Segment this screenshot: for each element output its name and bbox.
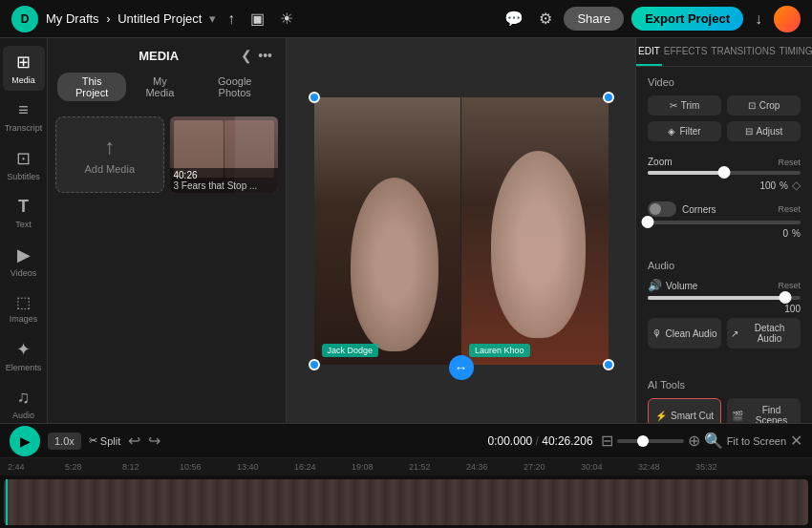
zoom-track[interactable]	[648, 171, 801, 175]
video-canvas: Jack Dodge Lauren Khoo	[314, 97, 609, 365]
search-button[interactable]: 🔍	[704, 432, 723, 450]
zoom-section: Zoom Reset 100 % ◇	[636, 153, 812, 198]
timeline-zoom-slider[interactable]	[617, 439, 684, 443]
speed-selector[interactable]: 1.0x	[48, 433, 81, 450]
zoom-reset[interactable]: Reset	[778, 158, 801, 167]
filter-button[interactable]: ◈ Filter	[648, 121, 721, 141]
ruler-tick-1: 5:28	[65, 462, 122, 472]
add-media-button[interactable]: ↑ Add Media	[55, 116, 164, 193]
sidebar-item-audio[interactable]: ♫ Audio	[3, 382, 45, 423]
tab-this-project[interactable]: This Project	[57, 73, 126, 101]
sidebar-item-videos[interactable]: ▶ Videos	[3, 239, 45, 284]
ai-tools-section: AI Tools ⚡ Smart Cut 🎬 Find Scenes	[636, 371, 812, 423]
crop-button[interactable]: ⊡ Crop	[727, 95, 801, 116]
volume-fill	[648, 296, 785, 300]
sidebar-label-text: Text	[15, 220, 32, 229]
download-button[interactable]: ↓	[751, 7, 766, 32]
undo-button[interactable]: ↩	[128, 432, 140, 450]
time-center: 0:00.000 / 40:26.206	[168, 434, 592, 448]
media-panel: MEDIA ❮ ••• This Project My Media Google…	[48, 38, 287, 423]
sidebar-item-elements[interactable]: ✦ Elements	[3, 333, 45, 378]
topbar: D My Drafts › Untitled Project ▾ ↑ ▣ ☀ 💬…	[0, 0, 812, 38]
corners-toggle[interactable]	[648, 201, 676, 217]
sidebar-item-transcript[interactable]: ≡ Transcript	[3, 95, 45, 138]
smart-cut-icon: ⚡	[655, 411, 667, 421]
corners-reset[interactable]: Reset	[778, 204, 801, 214]
sidebar-item-subtitles[interactable]: ⊡ Subtitles	[3, 142, 45, 187]
tab-edit[interactable]: EDIT	[636, 38, 662, 66]
zoom-unit: %	[780, 180, 788, 191]
tab-effects[interactable]: EFFECTS	[662, 38, 710, 66]
handle-bl[interactable]	[309, 359, 320, 370]
avatar[interactable]	[774, 6, 801, 32]
timeline-track[interactable]	[0, 475, 812, 528]
corners-value: 0	[783, 228, 789, 239]
corners-unit: %	[792, 228, 801, 239]
canvas-right-pane: Lauren Khoo	[460, 97, 609, 365]
detach-audio-button[interactable]: ↗ Detach Audio	[727, 318, 801, 348]
split-icon: ✂	[89, 434, 97, 447]
handle-br[interactable]	[603, 359, 614, 370]
text-icon: T	[18, 197, 29, 217]
volume-thumb[interactable]	[780, 291, 792, 304]
monitor-icon-btn[interactable]: ▣	[246, 6, 268, 32]
detach-audio-icon: ↗	[731, 328, 738, 339]
ruler-tick-3: 10:56	[180, 462, 237, 472]
media-collapse-button[interactable]: ❮	[241, 48, 252, 63]
find-scenes-icon: 🎬	[732, 411, 743, 421]
volume-track[interactable]	[648, 296, 801, 300]
canvas-center-control[interactable]: ↔	[449, 355, 474, 380]
split-button[interactable]: ✂ Split	[89, 434, 120, 447]
brightness-icon-btn[interactable]: ☀	[276, 6, 297, 32]
clean-audio-button[interactable]: 🎙 Clean Audio	[648, 318, 721, 348]
audio-section-title: Audio	[648, 260, 801, 271]
corners-track[interactable]	[648, 221, 801, 224]
timeline-zoom-in[interactable]: ⊕	[688, 432, 700, 450]
video-tools-row1: ✂ Trim ⊡ Crop	[648, 95, 801, 116]
settings-icon-btn[interactable]: ⚙	[535, 6, 556, 32]
track-strip	[4, 479, 808, 525]
timeline-close-button[interactable]: ✕	[790, 432, 802, 450]
breadcrumb-chevron: ▾	[209, 11, 216, 26]
export-button[interactable]: Export Project	[631, 7, 743, 31]
zoom-slider-thumb[interactable]	[637, 435, 649, 447]
tab-transitions[interactable]: TRANSITIONS	[709, 38, 777, 66]
trim-button[interactable]: ✂ Trim	[648, 95, 721, 116]
person-label-left: Jack Dodge	[322, 344, 379, 357]
sidebar-item-media[interactable]: ⊞ Media	[3, 46, 45, 91]
media-thumbnail[interactable]: 40:26 3 Fears that Stop ...	[170, 116, 279, 193]
playhead[interactable]	[6, 479, 8, 525]
media-duration: 40:26	[174, 170, 275, 180]
canvas-wrapper: Jack Dodge Lauren Khoo ↔	[314, 97, 609, 365]
redo-button[interactable]: ↪	[148, 432, 160, 450]
sidebar-item-images[interactable]: ⬚ Images	[3, 287, 45, 329]
transcript-icon: ≡	[18, 100, 29, 120]
tab-google-photos[interactable]: Google Photos	[193, 73, 276, 101]
corners-thumb[interactable]	[642, 216, 654, 228]
ruler-tick-8: 24:36	[466, 462, 524, 472]
handle-tr[interactable]	[603, 92, 614, 103]
fit-to-screen-button[interactable]: Fit to Screen	[727, 435, 786, 447]
media-more-button[interactable]: •••	[258, 48, 272, 63]
share-button[interactable]: Share	[564, 7, 624, 31]
adjust-button[interactable]: ⊟ Adjust	[727, 121, 801, 141]
volume-reset[interactable]: Reset	[778, 281, 801, 290]
tab-my-media[interactable]: My Media	[130, 73, 189, 101]
smart-cut-button[interactable]: ⚡ Smart Cut	[648, 398, 721, 423]
handle-tl[interactable]	[309, 92, 320, 103]
media-grid: ↑ Add Media 40:26 3 Fears t	[48, 109, 286, 201]
chat-icon-btn[interactable]: 💬	[501, 6, 527, 32]
tab-timing[interactable]: TIMING	[778, 38, 812, 66]
timeline-controls: ▶ 1.0x ✂ Split ↩ ↪ 0:00.000 / 40:26.206 …	[0, 424, 812, 458]
play-button[interactable]: ▶	[10, 426, 40, 456]
ruler-tick-6: 19:08	[352, 462, 409, 472]
timeline-zoom-out[interactable]: ⊟	[601, 432, 613, 450]
ai-tools-title: AI Tools	[648, 379, 801, 391]
timeline-ruler: 2:44 5:28 8:12 10:56 13:40 16:24 19:08 2…	[0, 458, 812, 475]
volume-label: Volume	[666, 281, 697, 291]
zoom-thumb[interactable]	[718, 166, 731, 179]
share-icon-btn[interactable]: ↑	[224, 7, 239, 32]
find-scenes-button[interactable]: 🎬 Find Scenes	[727, 398, 801, 423]
ruler-tick-5: 16:24	[294, 462, 352, 472]
sidebar-item-text[interactable]: T Text	[3, 191, 45, 235]
